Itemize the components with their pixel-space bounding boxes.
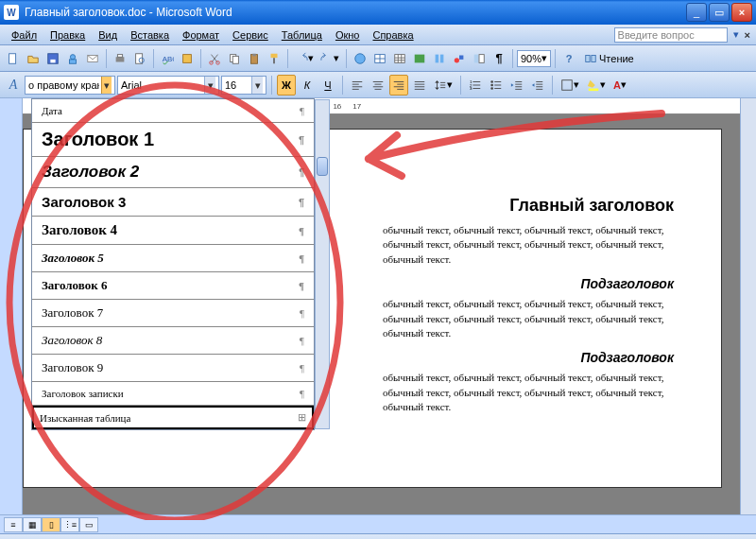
svg-rect-26 — [459, 55, 463, 59]
style-item-heading5[interactable]: Заголовок 5¶ — [32, 245, 314, 272]
numbering-button[interactable]: 123 — [466, 75, 485, 96]
outline-bar — [0, 98, 23, 514]
zoom-combo[interactable]: 90% ▾ — [517, 50, 551, 67]
borders-button[interactable]: ▾ — [558, 75, 582, 96]
menu-format[interactable]: Формат — [177, 27, 225, 43]
format-painter-button[interactable] — [265, 48, 284, 69]
bullets-button[interactable] — [487, 75, 506, 96]
svg-point-34 — [490, 80, 493, 83]
maximize-button[interactable]: ▭ — [709, 3, 730, 22]
excel-button[interactable] — [410, 48, 429, 69]
permission-button[interactable] — [63, 48, 82, 69]
font-size-combo[interactable]: 16▾ — [221, 76, 266, 95]
formatting-toolbar: A о правому краю▾ Arial▾ 16▾ Ж К Ч ▾ 123… — [0, 72, 756, 98]
doc-paragraph: обычный текст, обычный текст, обычный те… — [383, 297, 674, 340]
drawing-button[interactable] — [450, 48, 469, 69]
font-color-button[interactable]: A▾ — [610, 75, 629, 96]
underline-button[interactable]: Ч — [318, 75, 337, 96]
doc-subheading: Подзаголовок — [383, 276, 674, 291]
style-item-heading1[interactable]: Заголовок 1¶ — [32, 123, 314, 157]
web-view-button[interactable]: ▦ — [23, 517, 42, 532]
print-preview-button[interactable] — [130, 48, 149, 69]
redo-button[interactable]: ▾ — [318, 48, 342, 69]
italic-button[interactable]: К — [298, 75, 317, 96]
print-view-button[interactable]: ▯ — [42, 517, 60, 532]
align-justify-button[interactable] — [410, 75, 429, 96]
outline-view-button[interactable]: ⋮≡ — [60, 517, 79, 532]
menu-view[interactable]: Вид — [93, 27, 123, 43]
cut-button[interactable] — [205, 48, 224, 69]
close-button[interactable]: × — [731, 3, 752, 22]
copy-button[interactable] — [225, 48, 244, 69]
print-button[interactable] — [111, 48, 129, 69]
email-button[interactable] — [83, 48, 102, 69]
style-item-memo-heading[interactable]: Заголовок записки¶ — [32, 382, 314, 406]
research-button[interactable] — [178, 48, 197, 69]
reading-view-button[interactable]: ▭ — [79, 517, 98, 532]
new-doc-button[interactable] — [4, 48, 23, 69]
svg-point-3 — [70, 54, 75, 59]
style-item-heading6[interactable]: Заголовок 6¶ — [32, 272, 314, 300]
svg-rect-23 — [436, 54, 439, 62]
svg-point-25 — [455, 58, 459, 62]
tables-borders-button[interactable] — [370, 48, 389, 69]
view-buttons-bar: ≡ ▦ ▯ ⋮≡ ▭ — [0, 514, 756, 533]
doc-map-button[interactable] — [470, 48, 489, 69]
style-dropdown-scrollbar[interactable] — [315, 99, 330, 429]
show-marks-button[interactable]: ¶ — [490, 48, 508, 69]
menu-file[interactable]: Файл — [6, 27, 43, 43]
style-dropdown[interactable]: Дата¶ Заголовок 1¶ Заголовок 2¶ Заголово… — [31, 98, 315, 430]
style-combo[interactable]: о правому краю▾ — [25, 76, 115, 95]
menu-tools[interactable]: Сервис — [227, 27, 274, 43]
ask-a-question-box[interactable] — [614, 27, 728, 43]
svg-rect-37 — [562, 79, 573, 90]
style-item-heading8[interactable]: Заголовок 8¶ — [32, 327, 314, 355]
styles-pane-button[interactable]: A — [4, 75, 23, 96]
menu-window[interactable]: Окно — [330, 27, 366, 43]
align-left-button[interactable] — [348, 75, 367, 96]
svg-rect-27 — [474, 54, 478, 62]
normal-view-button[interactable]: ≡ — [4, 517, 23, 532]
vertical-scrollbar[interactable] — [740, 98, 756, 514]
svg-rect-30 — [592, 55, 595, 61]
style-item-table-elegant[interactable]: Изысканная таблица⊞ — [32, 406, 314, 429]
columns-button[interactable] — [430, 48, 449, 69]
style-item-heading4[interactable]: Заголовок 4¶ — [32, 217, 314, 245]
menu-dropdown-icon[interactable]: ▾ — [733, 28, 739, 41]
paste-button[interactable] — [245, 48, 264, 69]
insert-table-button[interactable] — [390, 48, 409, 69]
line-spacing-button[interactable]: ▾ — [431, 75, 455, 96]
style-item-date[interactable]: Дата¶ — [32, 99, 314, 123]
menu-help[interactable]: Справка — [367, 27, 419, 43]
menu-edit[interactable]: Правка — [44, 27, 91, 43]
style-item-heading7[interactable]: Заголовок 7¶ — [32, 300, 314, 327]
svg-point-19 — [355, 53, 366, 63]
spelling-button[interactable]: ABC — [158, 48, 177, 69]
highlight-button[interactable]: ▾ — [584, 75, 609, 96]
menu-insert[interactable]: Вставка — [125, 27, 175, 43]
svg-rect-6 — [116, 57, 125, 61]
reading-layout-button[interactable]: Чтение — [579, 48, 639, 69]
bold-button[interactable]: Ж — [277, 75, 296, 96]
doc-close-button[interactable]: × — [745, 29, 750, 41]
align-center-button[interactable] — [369, 75, 387, 96]
style-item-heading9[interactable]: Заголовок 9¶ — [32, 355, 314, 382]
hyperlink-button[interactable] — [351, 48, 369, 69]
svg-rect-18 — [271, 53, 278, 57]
minimize-button[interactable]: _ — [686, 3, 707, 22]
menu-table[interactable]: Таблица — [276, 27, 328, 43]
svg-rect-7 — [117, 54, 122, 57]
open-button[interactable] — [24, 48, 43, 69]
style-item-heading2[interactable]: Заголовок 2¶ — [32, 157, 314, 188]
style-item-heading3[interactable]: Заголовок 3¶ — [32, 188, 314, 217]
align-right-button[interactable] — [389, 75, 408, 96]
font-combo[interactable]: Arial▾ — [117, 76, 219, 95]
svg-rect-22 — [415, 54, 425, 62]
svg-rect-8 — [136, 53, 143, 63]
decrease-indent-button[interactable] — [507, 75, 526, 96]
help-button[interactable]: ? — [559, 48, 578, 69]
svg-rect-29 — [586, 55, 590, 61]
increase-indent-button[interactable] — [528, 75, 547, 96]
undo-button[interactable]: ▾ — [292, 48, 317, 69]
save-button[interactable] — [43, 48, 62, 69]
